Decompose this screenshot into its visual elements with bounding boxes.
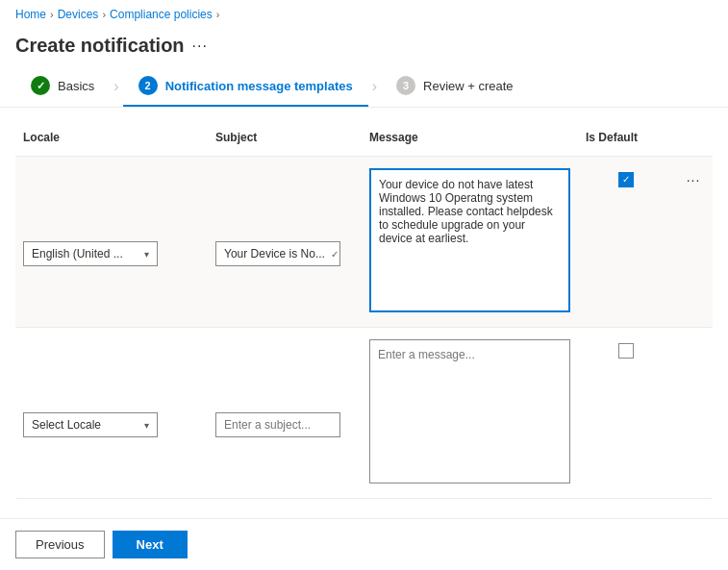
- breadcrumb-devices[interactable]: Devices: [58, 8, 99, 21]
- steps-bar: ✓ Basics › 2 Notification message templa…: [0, 66, 728, 108]
- table-row-2: Select Locale ▾: [15, 328, 713, 499]
- row1-isdefault-checkbox[interactable]: ✓: [618, 172, 634, 187]
- breadcrumb-home[interactable]: Home: [15, 8, 46, 21]
- step-review[interactable]: 3 Review + create: [381, 66, 529, 107]
- title-more-options[interactable]: ···: [192, 37, 208, 55]
- checkmark-icon: ✓: [622, 175, 630, 185]
- row1-isdefault-cell: ✓: [578, 164, 674, 191]
- col-subject: Subject: [208, 127, 362, 148]
- col-actions: [674, 127, 713, 148]
- row2-locale-value: Select Locale: [32, 418, 101, 432]
- step-notification-circle: 2: [138, 76, 158, 95]
- step-sep-2: ›: [368, 78, 381, 95]
- row1-locale-value: English (United ...: [32, 247, 123, 260]
- row1-message-cell: Your device do not have latest Windows 1…: [362, 164, 578, 319]
- col-message: Message: [362, 127, 578, 148]
- row2-message-cell: [362, 335, 578, 490]
- row1-message-textarea[interactable]: Your device do not have latest Windows 1…: [369, 168, 570, 312]
- breadcrumb-sep-1: ›: [50, 9, 54, 20]
- col-isdefault: Is Default: [578, 127, 674, 148]
- row2-actions: [674, 335, 713, 343]
- main-content: Locale Subject Message Is Default Englis…: [0, 108, 728, 518]
- breadcrumb-compliance[interactable]: Compliance policies: [110, 8, 213, 21]
- step-notification-label: Notification message templates: [165, 79, 353, 93]
- row2-isdefault-cell: [578, 335, 674, 362]
- next-button[interactable]: Next: [113, 531, 188, 558]
- page-wrapper: Home › Devices › Compliance policies › C…: [0, 0, 728, 570]
- row2-locale-chevron: ▾: [144, 420, 149, 431]
- row1-subject-value: Your Device is No...: [224, 247, 325, 260]
- row2-subject-input[interactable]: [215, 412, 340, 437]
- step-basics[interactable]: ✓ Basics: [15, 66, 110, 107]
- breadcrumb-sep-3: ›: [216, 9, 220, 20]
- footer: Previous Next: [0, 518, 728, 570]
- step-basics-label: Basics: [58, 79, 94, 93]
- row1-locale-chevron: ▾: [144, 249, 149, 260]
- row1-locale-dropdown[interactable]: English (United ... ▾: [23, 241, 158, 266]
- row1-subject-dropdown[interactable]: Your Device is No... ✓: [215, 241, 340, 266]
- step-basics-circle: ✓: [31, 76, 50, 95]
- step-notification[interactable]: 2 Notification message templates: [123, 66, 368, 107]
- table-header: Locale Subject Message Is Default: [15, 123, 713, 157]
- breadcrumb-sep-2: ›: [102, 9, 106, 20]
- col-locale: Locale: [15, 127, 208, 148]
- row1-subject-cell: Your Device is No... ✓: [208, 164, 362, 270]
- row1-more-options[interactable]: ···: [674, 164, 713, 191]
- row1-subject-chevron: ✓: [331, 249, 339, 260]
- step-review-label: Review + create: [423, 79, 514, 93]
- row2-subject-cell: [208, 335, 362, 441]
- step-review-circle: 3: [396, 76, 415, 95]
- previous-button[interactable]: Previous: [15, 531, 105, 558]
- row1-locale-cell: English (United ... ▾: [15, 164, 208, 270]
- table-row-1: English (United ... ▾ Your Device is No.…: [15, 157, 713, 328]
- step-sep-1: ›: [110, 78, 122, 95]
- page-title: Create notification: [15, 35, 185, 57]
- breadcrumb: Home › Devices › Compliance policies ›: [0, 0, 728, 29]
- row2-message-textarea[interactable]: [369, 339, 570, 483]
- page-title-row: Create notification ···: [0, 29, 728, 66]
- row2-locale-cell: Select Locale ▾: [15, 335, 208, 441]
- row2-isdefault-checkbox[interactable]: [618, 343, 634, 359]
- row2-locale-dropdown[interactable]: Select Locale ▾: [23, 412, 158, 437]
